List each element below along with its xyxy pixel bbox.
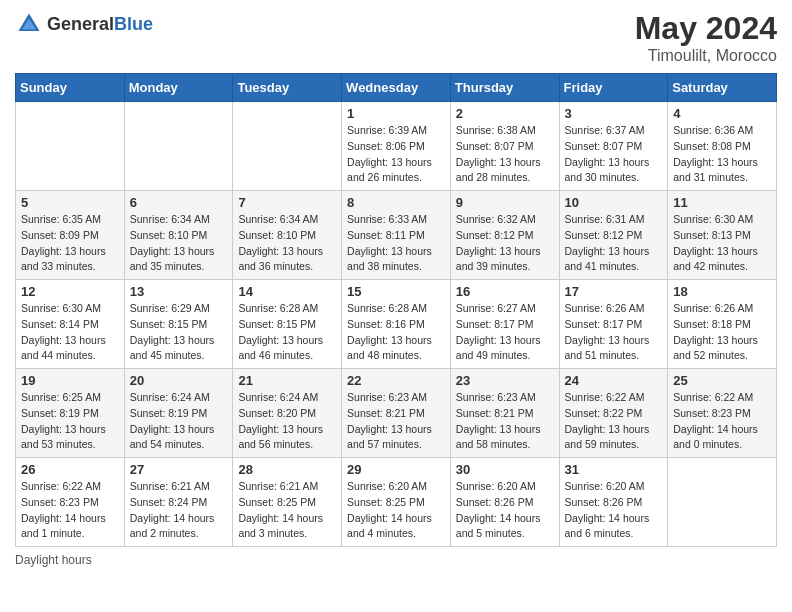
logo: GeneralBlue	[15, 10, 153, 38]
day-info: Sunrise: 6:26 AMSunset: 8:17 PMDaylight:…	[565, 301, 663, 364]
day-info: Sunrise: 6:20 AMSunset: 8:25 PMDaylight:…	[347, 479, 445, 542]
day-info: Sunrise: 6:35 AMSunset: 8:09 PMDaylight:…	[21, 212, 119, 275]
day-info: Sunrise: 6:34 AMSunset: 8:10 PMDaylight:…	[130, 212, 228, 275]
day-info: Sunrise: 6:20 AMSunset: 8:26 PMDaylight:…	[456, 479, 554, 542]
day-number: 13	[130, 284, 228, 299]
day-info: Sunrise: 6:22 AMSunset: 8:23 PMDaylight:…	[673, 390, 771, 453]
day-number: 21	[238, 373, 336, 388]
calendar-cell: 30Sunrise: 6:20 AMSunset: 8:26 PMDayligh…	[450, 458, 559, 547]
day-number: 29	[347, 462, 445, 477]
calendar-cell: 26Sunrise: 6:22 AMSunset: 8:23 PMDayligh…	[16, 458, 125, 547]
calendar-cell: 22Sunrise: 6:23 AMSunset: 8:21 PMDayligh…	[342, 369, 451, 458]
calendar-day-header: Monday	[124, 74, 233, 102]
day-number: 26	[21, 462, 119, 477]
day-number: 18	[673, 284, 771, 299]
calendar-cell: 7Sunrise: 6:34 AMSunset: 8:10 PMDaylight…	[233, 191, 342, 280]
calendar-cell: 20Sunrise: 6:24 AMSunset: 8:19 PMDayligh…	[124, 369, 233, 458]
calendar-cell: 19Sunrise: 6:25 AMSunset: 8:19 PMDayligh…	[16, 369, 125, 458]
daylight-hours-label: Daylight hours	[15, 553, 92, 567]
day-info: Sunrise: 6:21 AMSunset: 8:24 PMDaylight:…	[130, 479, 228, 542]
day-info: Sunrise: 6:30 AMSunset: 8:13 PMDaylight:…	[673, 212, 771, 275]
day-info: Sunrise: 6:22 AMSunset: 8:22 PMDaylight:…	[565, 390, 663, 453]
calendar-week-row: 12Sunrise: 6:30 AMSunset: 8:14 PMDayligh…	[16, 280, 777, 369]
day-number: 2	[456, 106, 554, 121]
day-number: 31	[565, 462, 663, 477]
day-info: Sunrise: 6:32 AMSunset: 8:12 PMDaylight:…	[456, 212, 554, 275]
day-info: Sunrise: 6:23 AMSunset: 8:21 PMDaylight:…	[347, 390, 445, 453]
day-number: 16	[456, 284, 554, 299]
day-number: 17	[565, 284, 663, 299]
day-info: Sunrise: 6:27 AMSunset: 8:17 PMDaylight:…	[456, 301, 554, 364]
day-number: 22	[347, 373, 445, 388]
calendar-cell	[668, 458, 777, 547]
calendar-cell: 23Sunrise: 6:23 AMSunset: 8:21 PMDayligh…	[450, 369, 559, 458]
calendar-cell	[124, 102, 233, 191]
calendar-cell: 3Sunrise: 6:37 AMSunset: 8:07 PMDaylight…	[559, 102, 668, 191]
day-info: Sunrise: 6:37 AMSunset: 8:07 PMDaylight:…	[565, 123, 663, 186]
calendar-cell: 16Sunrise: 6:27 AMSunset: 8:17 PMDayligh…	[450, 280, 559, 369]
day-number: 8	[347, 195, 445, 210]
footer-note: Daylight hours	[15, 553, 777, 567]
calendar-cell: 6Sunrise: 6:34 AMSunset: 8:10 PMDaylight…	[124, 191, 233, 280]
day-number: 9	[456, 195, 554, 210]
calendar-week-row: 26Sunrise: 6:22 AMSunset: 8:23 PMDayligh…	[16, 458, 777, 547]
calendar-cell: 8Sunrise: 6:33 AMSunset: 8:11 PMDaylight…	[342, 191, 451, 280]
day-number: 24	[565, 373, 663, 388]
day-number: 25	[673, 373, 771, 388]
day-number: 30	[456, 462, 554, 477]
day-number: 14	[238, 284, 336, 299]
title-section: May 2024 Timoulilt, Morocco	[635, 10, 777, 65]
day-info: Sunrise: 6:30 AMSunset: 8:14 PMDaylight:…	[21, 301, 119, 364]
calendar-cell: 18Sunrise: 6:26 AMSunset: 8:18 PMDayligh…	[668, 280, 777, 369]
day-number: 6	[130, 195, 228, 210]
day-info: Sunrise: 6:23 AMSunset: 8:21 PMDaylight:…	[456, 390, 554, 453]
day-number: 15	[347, 284, 445, 299]
calendar-day-header: Saturday	[668, 74, 777, 102]
calendar-cell: 15Sunrise: 6:28 AMSunset: 8:16 PMDayligh…	[342, 280, 451, 369]
day-info: Sunrise: 6:34 AMSunset: 8:10 PMDaylight:…	[238, 212, 336, 275]
calendar-cell: 17Sunrise: 6:26 AMSunset: 8:17 PMDayligh…	[559, 280, 668, 369]
day-info: Sunrise: 6:24 AMSunset: 8:20 PMDaylight:…	[238, 390, 336, 453]
calendar-cell: 4Sunrise: 6:36 AMSunset: 8:08 PMDaylight…	[668, 102, 777, 191]
day-number: 23	[456, 373, 554, 388]
calendar-cell: 12Sunrise: 6:30 AMSunset: 8:14 PMDayligh…	[16, 280, 125, 369]
day-number: 1	[347, 106, 445, 121]
day-info: Sunrise: 6:29 AMSunset: 8:15 PMDaylight:…	[130, 301, 228, 364]
day-info: Sunrise: 6:24 AMSunset: 8:19 PMDaylight:…	[130, 390, 228, 453]
calendar-week-row: 1Sunrise: 6:39 AMSunset: 8:06 PMDaylight…	[16, 102, 777, 191]
day-info: Sunrise: 6:25 AMSunset: 8:19 PMDaylight:…	[21, 390, 119, 453]
calendar-cell: 1Sunrise: 6:39 AMSunset: 8:06 PMDaylight…	[342, 102, 451, 191]
calendar-day-header: Wednesday	[342, 74, 451, 102]
calendar-cell: 13Sunrise: 6:29 AMSunset: 8:15 PMDayligh…	[124, 280, 233, 369]
calendar-cell: 27Sunrise: 6:21 AMSunset: 8:24 PMDayligh…	[124, 458, 233, 547]
day-number: 5	[21, 195, 119, 210]
main-title: May 2024	[635, 10, 777, 47]
calendar-cell: 31Sunrise: 6:20 AMSunset: 8:26 PMDayligh…	[559, 458, 668, 547]
calendar-cell: 9Sunrise: 6:32 AMSunset: 8:12 PMDaylight…	[450, 191, 559, 280]
calendar-cell: 10Sunrise: 6:31 AMSunset: 8:12 PMDayligh…	[559, 191, 668, 280]
day-info: Sunrise: 6:21 AMSunset: 8:25 PMDaylight:…	[238, 479, 336, 542]
day-info: Sunrise: 6:28 AMSunset: 8:15 PMDaylight:…	[238, 301, 336, 364]
day-info: Sunrise: 6:39 AMSunset: 8:06 PMDaylight:…	[347, 123, 445, 186]
day-info: Sunrise: 6:33 AMSunset: 8:11 PMDaylight:…	[347, 212, 445, 275]
day-number: 4	[673, 106, 771, 121]
calendar-day-header: Friday	[559, 74, 668, 102]
calendar-cell: 14Sunrise: 6:28 AMSunset: 8:15 PMDayligh…	[233, 280, 342, 369]
calendar-cell	[233, 102, 342, 191]
day-info: Sunrise: 6:31 AMSunset: 8:12 PMDaylight:…	[565, 212, 663, 275]
day-number: 11	[673, 195, 771, 210]
logo-icon	[15, 10, 43, 38]
day-number: 7	[238, 195, 336, 210]
calendar-header-row: SundayMondayTuesdayWednesdayThursdayFrid…	[16, 74, 777, 102]
day-info: Sunrise: 6:26 AMSunset: 8:18 PMDaylight:…	[673, 301, 771, 364]
calendar-week-row: 19Sunrise: 6:25 AMSunset: 8:19 PMDayligh…	[16, 369, 777, 458]
calendar-cell: 11Sunrise: 6:30 AMSunset: 8:13 PMDayligh…	[668, 191, 777, 280]
day-number: 3	[565, 106, 663, 121]
day-number: 27	[130, 462, 228, 477]
calendar: SundayMondayTuesdayWednesdayThursdayFrid…	[15, 73, 777, 547]
calendar-cell: 28Sunrise: 6:21 AMSunset: 8:25 PMDayligh…	[233, 458, 342, 547]
day-info: Sunrise: 6:28 AMSunset: 8:16 PMDaylight:…	[347, 301, 445, 364]
day-number: 28	[238, 462, 336, 477]
day-info: Sunrise: 6:22 AMSunset: 8:23 PMDaylight:…	[21, 479, 119, 542]
day-number: 19	[21, 373, 119, 388]
